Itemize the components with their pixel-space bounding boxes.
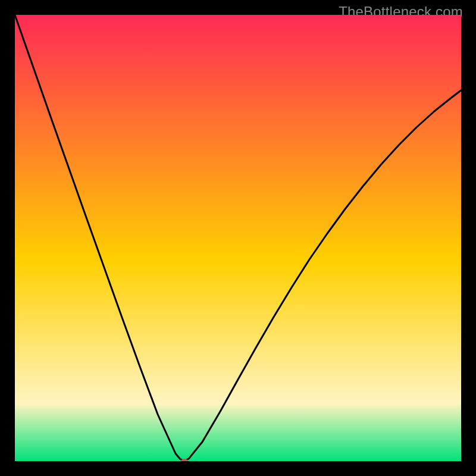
chart-svg [15, 15, 461, 461]
plot-area [15, 15, 461, 461]
plot-background [15, 15, 461, 461]
chart-frame: TheBottleneck.com [0, 0, 476, 476]
